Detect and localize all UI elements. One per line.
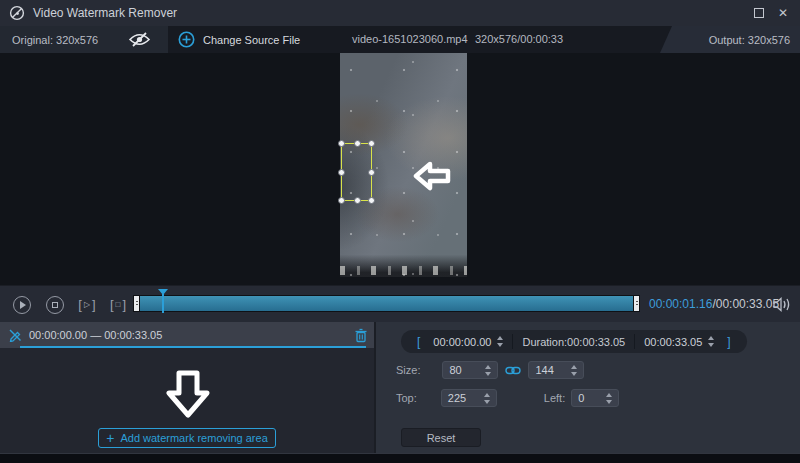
down-arrow-hint-icon [166,370,210,420]
spin-down-icon[interactable] [497,343,503,347]
height-spinner[interactable] [571,365,577,376]
width-field[interactable]: 80 [442,361,498,379]
current-time: 00:00:01.16 [649,297,712,311]
transport-bar: [▷] [□] 00:00:01.16/00:00:33.05 [0,285,800,322]
preview-area [0,53,800,285]
segment-time-range: 00:00:00.00 — 00:00:33.05 [29,329,162,341]
left-arrow-cursor-icon [413,160,451,192]
watermark-area-item[interactable]: 00:00:00.00 — 00:00:33.05 [0,322,374,348]
play-button[interactable] [12,295,31,314]
preview-play-button[interactable]: [▷] [75,295,99,314]
title-bar: Video Watermark Remover ✕ [0,0,800,26]
duration-label: Duration:00:00:33.05 [522,336,625,348]
bottom-strip [0,453,800,463]
segment-progress-line [20,346,366,348]
video-meta: 320x576/00:00:33 [475,33,563,45]
original-resolution-label: Original: 320x576 [12,34,98,46]
bracket-close-label: ] [723,335,734,349]
selection-handle-e[interactable] [368,169,375,176]
output-resolution-label: Output: 320x576 [709,34,790,46]
pen-slash-icon [8,328,22,342]
height-value[interactable]: 144 [535,364,571,376]
seek-timeline[interactable] [133,295,640,312]
spin-up-icon[interactable] [497,336,503,340]
spin-down-icon[interactable] [708,343,714,347]
trim-handle-end[interactable] [633,295,640,312]
end-time-spinner[interactable] [708,336,714,347]
start-time-spinner[interactable] [497,336,503,347]
selection-handle-ne[interactable] [368,140,375,147]
info-bar: Original: 320x576 Change Source File vid… [0,26,800,53]
maximize-icon[interactable] [754,8,764,18]
selection-handle-sw[interactable] [338,197,345,204]
left-value[interactable]: 0 [578,392,606,404]
watermark-selection-box[interactable] [341,143,372,201]
spin-down-icon[interactable] [485,372,491,376]
selection-handle-nw[interactable] [338,140,345,147]
spin-up-icon[interactable] [606,393,612,397]
start-time-field[interactable]: 00:00:00.00 [424,334,512,349]
add-watermark-area-label: Add watermark removing area [120,432,267,444]
end-time-field[interactable]: 00:00:33.05 [634,334,723,349]
video-bottom-detail [340,266,467,275]
left-spinner[interactable] [606,393,612,404]
preview-frame-button[interactable]: [□] [106,295,130,314]
top-field[interactable]: 225 [441,389,497,407]
stop-button[interactable] [45,295,64,314]
link-aspect-icon[interactable] [505,365,521,376]
spin-up-icon[interactable] [484,393,490,397]
spin-down-icon[interactable] [484,400,490,404]
end-time-value[interactable]: 00:00:33.05 [644,336,702,348]
trim-handle-start[interactable] [133,295,140,312]
playhead-marker[interactable] [158,289,168,295]
volume-icon[interactable] [772,296,792,313]
width-spinner[interactable] [485,365,491,376]
width-value[interactable]: 80 [449,364,485,376]
video-filename: video-1651023060.mp4 [352,33,468,45]
segments-panel: 00:00:00.00 — 00:00:33.05 + Add watermar… [0,322,374,453]
height-field[interactable]: 144 [528,361,584,379]
properties-panel: [ 00:00:00.00 Duration:00:00:33.05 00:00… [374,322,800,453]
left-label: Left: [544,392,565,404]
time-display: 00:00:01.16/00:00:33.05 [649,297,779,311]
stop-icon [46,296,64,314]
left-field[interactable]: 0 [571,389,619,407]
plus-icon: + [106,433,114,444]
window-title: Video Watermark Remover [33,6,177,20]
eye-slash-icon[interactable] [128,32,151,47]
spin-down-icon[interactable] [571,372,577,376]
app-logo-icon [9,5,25,21]
duration-display: Duration:00:00:33.05 [512,334,634,349]
bracket-play-icon: [▷] [78,297,95,312]
spin-up-icon[interactable] [571,365,577,369]
playhead-line [162,294,164,313]
add-watermark-area-button[interactable]: + Add watermark removing area [98,428,276,448]
bracket-open-label: [ [413,335,424,349]
top-label: Top: [396,392,417,404]
bottom-section: 00:00:00.00 — 00:00:33.05 + Add watermar… [0,322,800,453]
spin-up-icon[interactable] [485,365,491,369]
time-range-group: [ 00:00:00.00 Duration:00:00:33.05 00:00… [401,330,747,353]
output-tab: Output: 320x576 [660,26,800,53]
size-label: Size: [396,364,420,376]
spin-up-icon[interactable] [708,336,714,340]
top-value[interactable]: 225 [448,392,484,404]
selection-handle-n[interactable] [354,140,361,147]
change-source-button[interactable]: Change Source File [178,31,300,48]
close-icon[interactable]: ✕ [778,8,788,18]
change-source-label: Change Source File [203,34,300,46]
selection-handle-s[interactable] [354,197,361,204]
top-spinner[interactable] [484,393,490,404]
start-time-value[interactable]: 00:00:00.00 [433,336,491,348]
spin-down-icon[interactable] [606,400,612,404]
trash-icon[interactable] [354,328,368,343]
video-frame [340,53,467,277]
reset-button[interactable]: Reset [401,428,481,447]
selection-handle-se[interactable] [368,197,375,204]
total-time: /00:00:33.05 [712,297,779,311]
play-icon [13,296,31,314]
selection-handle-w[interactable] [338,169,345,176]
circled-plus-icon [178,31,195,48]
app-window: Video Watermark Remover ✕ Original: 320x… [0,0,800,463]
bracket-square-icon: [□] [110,297,126,312]
